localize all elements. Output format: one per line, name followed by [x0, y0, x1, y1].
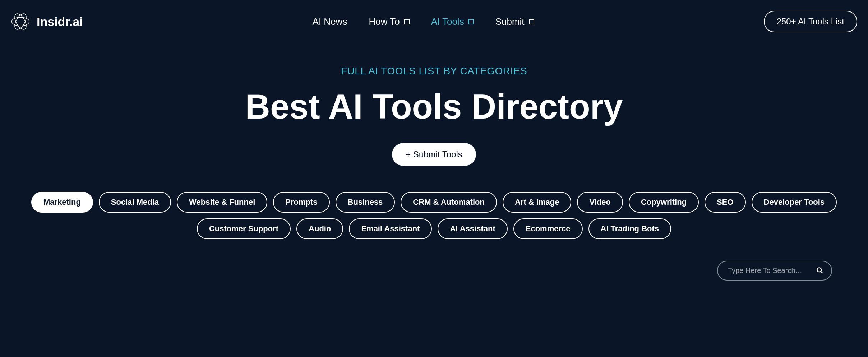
nav-item-ai-news[interactable]: AI News	[313, 16, 347, 27]
search-row	[0, 239, 868, 280]
header: Insidr.ai AI NewsHow ToAI ToolsSubmit 25…	[0, 0, 868, 43]
category-pill-email-assistant[interactable]: Email Assistant	[349, 218, 432, 239]
category-pill-ai-assistant[interactable]: AI Assistant	[438, 218, 507, 239]
hero-subtitle: FULL AI TOOLS LIST BY CATEGORIES	[0, 65, 868, 77]
category-pill-marketing[interactable]: Marketing	[31, 192, 93, 213]
category-pill-developer-tools[interactable]: Developer Tools	[752, 192, 837, 213]
category-pill-crm-automation[interactable]: CRM & Automation	[401, 192, 497, 213]
logo-icon	[11, 12, 30, 31]
nav-item-label: AI Tools	[431, 16, 464, 27]
category-pill-seo[interactable]: SEO	[705, 192, 745, 213]
nav-item-label: How To	[369, 16, 400, 27]
category-pill-video[interactable]: Video	[577, 192, 623, 213]
category-pill-art-image[interactable]: Art & Image	[503, 192, 571, 213]
search-icon	[816, 267, 823, 274]
dropdown-icon	[404, 19, 410, 24]
nav-item-submit[interactable]: Submit	[495, 16, 534, 27]
svg-point-2	[13, 12, 29, 31]
svg-line-4	[821, 272, 823, 273]
category-pill-audio[interactable]: Audio	[296, 218, 343, 239]
category-pill-ecommerce[interactable]: Ecommerce	[513, 218, 583, 239]
category-pill-ai-trading-bots[interactable]: AI Trading Bots	[588, 218, 671, 239]
category-pill-customer-support[interactable]: Customer Support	[197, 218, 291, 239]
main-nav: AI NewsHow ToAI ToolsSubmit	[313, 16, 534, 27]
nav-item-label: Submit	[495, 16, 525, 27]
nav-item-ai-tools[interactable]: AI Tools	[431, 16, 474, 27]
dropdown-icon	[468, 19, 474, 24]
hero-section: FULL AI TOOLS LIST BY CATEGORIES Best AI…	[0, 43, 868, 239]
category-pills: MarketingSocial MediaWebsite & FunnelPro…	[0, 192, 868, 239]
dropdown-icon	[529, 19, 534, 24]
svg-point-3	[817, 268, 822, 272]
category-pill-prompts[interactable]: Prompts	[273, 192, 329, 213]
nav-item-label: AI News	[313, 16, 347, 27]
search-input[interactable]	[728, 266, 810, 275]
category-pill-website-funnel[interactable]: Website & Funnel	[177, 192, 267, 213]
logo-group[interactable]: Insidr.ai	[11, 12, 83, 31]
category-pill-social-media[interactable]: Social Media	[99, 192, 171, 213]
svg-point-0	[12, 17, 29, 26]
category-pill-copywriting[interactable]: Copywriting	[629, 192, 699, 213]
search-box[interactable]	[717, 261, 832, 280]
brand-name: Insidr.ai	[37, 15, 83, 29]
submit-tools-button[interactable]: + Submit Tools	[392, 143, 476, 166]
tools-list-cta-button[interactable]: 250+ AI Tools List	[764, 11, 857, 32]
category-pill-business[interactable]: Business	[336, 192, 395, 213]
nav-item-how-to[interactable]: How To	[369, 16, 409, 27]
hero-title: Best AI Tools Directory	[0, 88, 868, 126]
